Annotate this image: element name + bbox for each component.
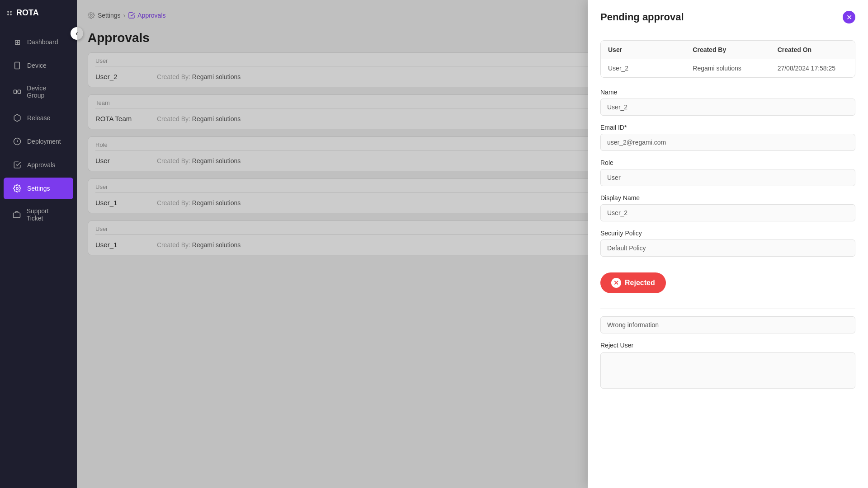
- name-label: Name: [600, 89, 855, 96]
- sidebar-item-label: Dashboard: [27, 38, 58, 46]
- release-icon: [13, 113, 22, 122]
- sidebar-item-approvals[interactable]: Approvals: [4, 154, 73, 176]
- sidebar-header: ROTA: [0, 0, 77, 26]
- reject-user-textarea[interactable]: [600, 352, 855, 389]
- sidebar: ROTA ‹ ⊞ Dashboard Device Device Group R…: [0, 0, 77, 488]
- device-group-icon: [13, 87, 21, 96]
- rejected-button[interactable]: ✕ Rejected: [600, 272, 666, 293]
- sidebar-item-label: Support Ticket: [27, 207, 64, 222]
- grid-icon: [7, 11, 12, 15]
- support-ticket-icon: [13, 210, 21, 219]
- info-table: User Created By Created On User_2 Regami…: [600, 40, 855, 78]
- sidebar-item-release[interactable]: Release: [4, 107, 73, 129]
- role-field-group: Role User: [600, 159, 855, 186]
- sidebar-item-device[interactable]: Device: [4, 55, 73, 76]
- name-value: User_2: [600, 99, 855, 116]
- sidebar-item-label: Deployment: [27, 138, 61, 145]
- panel-header: Pending approval ✕: [588, 0, 868, 31]
- email-field-group: Email ID* user_2@regami.com: [600, 124, 855, 151]
- svg-rect-7: [14, 213, 20, 218]
- display-name-label: Display Name: [600, 194, 855, 202]
- main-content: Settings › Approvals 🔔 ROTA Approvals Us…: [77, 0, 868, 488]
- panel-body: User Created By Created On User_2 Regami…: [588, 31, 868, 488]
- side-panel: Pending approval ✕ User Created By Creat…: [588, 0, 868, 488]
- display-name-field-group: Display Name User_2: [600, 194, 855, 221]
- display-name-value: User_2: [600, 204, 855, 221]
- security-policy-value: Default Policy: [600, 239, 855, 257]
- separator-1: [600, 265, 855, 265]
- svg-rect-3: [18, 90, 20, 94]
- name-field-group: Name User_2: [600, 89, 855, 116]
- sidebar-item-label: Device: [27, 62, 47, 69]
- device-icon: [13, 61, 22, 70]
- svg-rect-2: [14, 90, 16, 94]
- sidebar-item-support-ticket[interactable]: Support Ticket: [4, 201, 73, 228]
- rejected-label: Rejected: [625, 279, 655, 287]
- sidebar-item-label: Approvals: [27, 161, 55, 169]
- reject-reason: Wrong information: [600, 316, 855, 333]
- email-label: Email ID*: [600, 124, 855, 131]
- email-value: user_2@regami.com: [600, 134, 855, 151]
- app-name: ROTA: [16, 8, 39, 18]
- deployment-icon: [13, 137, 22, 146]
- rejected-x-icon: ✕: [611, 278, 621, 288]
- role-value: User: [600, 169, 855, 186]
- col-user: User: [601, 41, 685, 59]
- separator-2: [600, 309, 855, 309]
- col-created-by: Created By: [685, 41, 770, 59]
- sidebar-item-settings[interactable]: Settings: [4, 178, 73, 199]
- sidebar-item-deployment[interactable]: Deployment: [4, 131, 73, 152]
- svg-rect-0: [15, 62, 20, 69]
- sidebar-item-dashboard[interactable]: ⊞ Dashboard: [4, 31, 73, 53]
- security-policy-label: Security Policy: [600, 230, 855, 237]
- row-created-on: 27/08/2024 17:58:25: [770, 59, 855, 77]
- col-created-on: Created On: [770, 41, 855, 59]
- svg-point-6: [16, 188, 19, 190]
- sidebar-item-label: Device Group: [27, 84, 64, 99]
- close-icon: ✕: [846, 13, 852, 22]
- sidebar-item-label: Release: [27, 114, 50, 122]
- sidebar-item-label: Settings: [27, 185, 50, 192]
- security-policy-field-group: Security Policy Default Policy: [600, 230, 855, 257]
- panel-title: Pending approval: [600, 11, 684, 23]
- close-panel-button[interactable]: ✕: [843, 11, 855, 23]
- sidebar-nav: ⊞ Dashboard Device Device Group Release: [0, 26, 77, 488]
- row-created-by: Regami solutions: [685, 59, 770, 77]
- reject-user-label: Reject User: [600, 342, 855, 349]
- role-label: Role: [600, 159, 855, 166]
- info-table-head: User Created By Created On: [601, 41, 855, 59]
- sidebar-item-device-group[interactable]: Device Group: [4, 78, 73, 105]
- row-user: User_2: [601, 59, 685, 77]
- approvals-icon: [13, 160, 22, 169]
- info-table-body: User_2 Regami solutions 27/08/2024 17:58…: [601, 59, 855, 77]
- settings-icon: [13, 184, 22, 193]
- dashboard-icon: ⊞: [13, 38, 22, 47]
